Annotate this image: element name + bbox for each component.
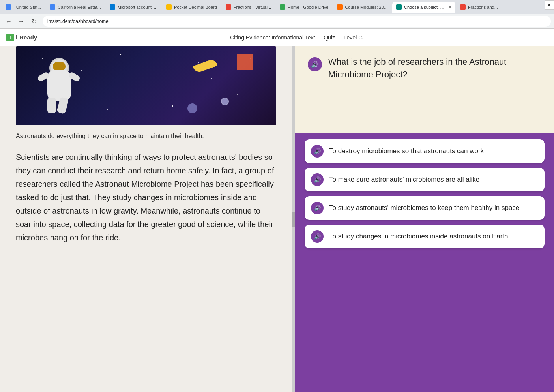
- banana-float: [193, 58, 217, 73]
- tab-favicon-fractions-and: [460, 4, 466, 10]
- nav-bar: ← → ↻: [0, 14, 554, 28]
- answer-option-2[interactable]: 🔊 To make sure astronauts' microbiomes a…: [305, 168, 545, 191]
- tab-label-microsoft: Microsoft account |...: [118, 5, 157, 9]
- tab-favicon-course-modules: [337, 4, 343, 10]
- body-text: Scientists are continually thinking of w…: [0, 147, 292, 251]
- tab-label-fractions-and: Fractions and...: [468, 5, 498, 9]
- browser-tab-microsoft[interactable]: Microsoft account |...: [106, 2, 161, 13]
- panel-divider: [292, 46, 295, 392]
- tab-favicon-choose-subject: [396, 4, 402, 10]
- nav-buttons: ← → ↻: [3, 16, 39, 27]
- browser-tab-pocket-decimal[interactable]: Pocket Decimal Board: [162, 2, 221, 13]
- main-content: Astronauts do everything they can in spa…: [0, 46, 554, 392]
- page-center-title: Citing Evidence: Informational Text — Qu…: [45, 34, 548, 41]
- tab-close-choose-subject[interactable]: ×: [449, 4, 451, 10]
- answer-4-text: To study changes in microbiomes inside a…: [329, 232, 508, 241]
- browser-tab-fractions-virtual[interactable]: Fractions - Virtual...: [222, 2, 275, 13]
- tab-label-choose-subject: Choose a subject, i-...: [404, 5, 445, 9]
- right-panel: 🔊 What is the job of researchers in the …: [295, 46, 554, 392]
- answer-3-audio-icon: 🔊: [314, 205, 321, 211]
- answer-option-1[interactable]: 🔊 To destroy microbiomes so that astrona…: [305, 139, 545, 163]
- answer-option-3[interactable]: 🔊 To study astronauts' microbiomes to ke…: [305, 196, 545, 220]
- space-background: [16, 46, 276, 125]
- answer-1-audio-button[interactable]: 🔊: [311, 145, 324, 158]
- question-area: 🔊 What is the job of researchers in the …: [295, 46, 554, 133]
- tab-label-course-modules: Course Modules: 20...: [345, 5, 387, 9]
- astronaut-image: [16, 46, 276, 125]
- browser-tab-course-modules[interactable]: Course Modules: 20...: [333, 2, 391, 13]
- iready-logo-text: i-Ready: [16, 34, 37, 41]
- answer-3-text: To study astronauts' microbiomes to keep…: [329, 203, 519, 213]
- address-bar[interactable]: [43, 16, 551, 27]
- answer-2-text: To make sure astronauts' microbiomes are…: [329, 175, 479, 184]
- question-text: What is the job of researchers in the As…: [328, 56, 541, 81]
- tab-favicon-google-drive: [280, 4, 285, 10]
- small-sphere-2: [221, 98, 229, 105]
- tab-label-pocket-decimal: Pocket Decimal Board: [174, 5, 217, 9]
- page-title-bar: i i-Ready Citing Evidence: Informational…: [0, 29, 554, 46]
- browser-tab-california[interactable]: California Real Estat...: [46, 2, 105, 13]
- question-audio-icon: 🔊: [311, 61, 319, 68]
- tab-label-google-drive: Home - Google Drive: [288, 5, 328, 9]
- tab-favicon-fractions-virtual: [226, 4, 231, 10]
- back-button[interactable]: ←: [3, 16, 14, 27]
- answer-option-4[interactable]: 🔊 To study changes in microbiomes inside…: [305, 225, 545, 248]
- browser-tab-fractions-and[interactable]: Fractions and...: [456, 2, 502, 13]
- question-audio-button[interactable]: 🔊: [308, 57, 322, 71]
- browser-tab-choose-subject[interactable]: Choose a subject, i-...×: [392, 2, 455, 13]
- browser-chrome: - United Stat...California Real Estat...…: [0, 0, 554, 29]
- tab-favicon-microsoft: [110, 4, 115, 10]
- refresh-button[interactable]: ↻: [28, 16, 39, 27]
- forward-button[interactable]: →: [16, 16, 27, 27]
- answer-3-audio-button[interactable]: 🔊: [311, 202, 324, 214]
- left-panel: Astronauts do everything they can in spa…: [0, 46, 292, 392]
- tab-bar: - United Stat...California Real Estat...…: [0, 0, 554, 14]
- tab-favicon-pocket-decimal: [166, 4, 172, 10]
- browser-tab-google-drive[interactable]: Home - Google Drive: [276, 2, 332, 13]
- browser-tab-united-stat[interactable]: - United Stat...: [2, 2, 45, 13]
- tab-label-fractions-virtual: Fractions - Virtual...: [234, 5, 271, 9]
- tab-label-california: California Real Estat...: [58, 5, 101, 9]
- astronaut-figure: [36, 54, 83, 117]
- answer-4-audio-icon: 🔊: [314, 233, 321, 240]
- tab-favicon-united-stat: [6, 4, 11, 10]
- answers-area: 🔊 To destroy microbiomes so that astrona…: [295, 133, 554, 392]
- tab-label-united-stat: - United Stat...: [13, 5, 41, 9]
- small-sphere: [187, 103, 197, 113]
- answer-2-audio-button[interactable]: 🔊: [311, 173, 324, 186]
- answer-4-audio-button[interactable]: 🔊: [311, 230, 324, 243]
- answer-2-audio-icon: 🔊: [314, 176, 321, 183]
- answer-1-audio-icon: 🔊: [314, 148, 321, 154]
- iready-logo: i i-Ready: [6, 34, 37, 41]
- popup-close-button[interactable]: ×: [545, 0, 554, 10]
- image-caption: Astronauts do everything they can in spa…: [0, 125, 292, 147]
- scroll-indicator[interactable]: [292, 212, 295, 227]
- iready-logo-icon: i: [6, 34, 14, 41]
- planet-object: [237, 54, 253, 70]
- answer-1-text: To destroy microbiomes so that astronaut…: [329, 146, 484, 156]
- tab-favicon-california: [50, 4, 55, 10]
